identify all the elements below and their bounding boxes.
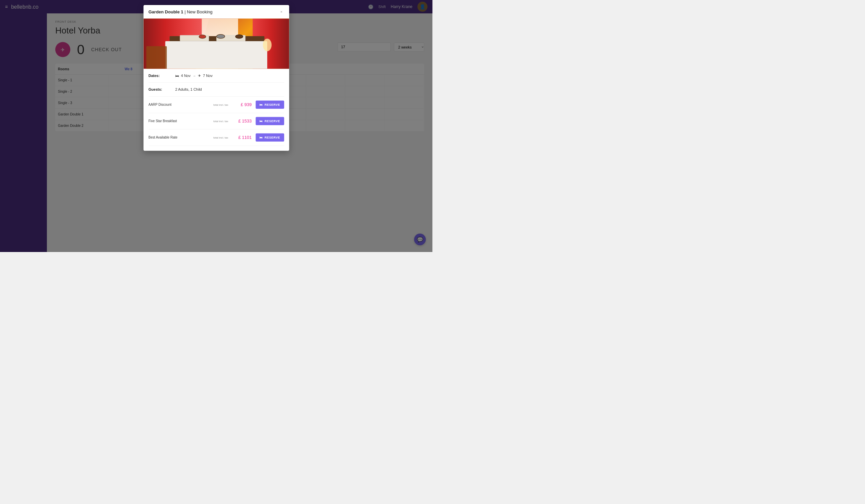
checkout-date: 7 Nov bbox=[203, 74, 213, 78]
deco-circle-3 bbox=[235, 34, 243, 39]
reserve-label: RESERVE bbox=[265, 119, 280, 123]
rate-row-aarp: AARP Discount total incl. tax £ 939 🛏 RE… bbox=[148, 97, 284, 113]
checkout-icon: ✈ bbox=[198, 74, 201, 78]
reserve-button-best[interactable]: 🛏 RESERVE bbox=[255, 133, 284, 142]
dates-label: Dates: bbox=[148, 74, 175, 78]
rate-tax-best: total incl. tax bbox=[213, 136, 228, 139]
modal-close-button[interactable]: × bbox=[279, 9, 284, 14]
rate-price-best: £ 1101 bbox=[231, 135, 252, 140]
modal-title: Garden Double 1 | New Booking bbox=[148, 9, 212, 14]
bed-icon: 🛏 bbox=[260, 119, 263, 123]
bed-icon: 🛏 bbox=[260, 136, 263, 140]
dates-value: 🛏 4 Nov → ✈ 7 Nov bbox=[175, 74, 212, 78]
lamp bbox=[263, 39, 272, 51]
arrow-icon: → bbox=[193, 74, 196, 78]
modal-overlay: Garden Double 1 | New Booking × bbox=[0, 0, 432, 252]
modal-separator: | bbox=[185, 9, 187, 14]
rate-price-breakfast: £ 1533 bbox=[231, 118, 252, 124]
rate-name-aarp: AARP Discount bbox=[148, 103, 213, 107]
checkin-date: 4 Nov bbox=[181, 74, 191, 78]
bed-base bbox=[165, 41, 268, 69]
rate-name-best: Best Available Rate bbox=[148, 136, 213, 140]
room-image bbox=[143, 19, 289, 69]
rate-row-breakfast: Five Star Breakfast total incl. tax £ 15… bbox=[148, 113, 284, 129]
reserve-label: RESERVE bbox=[265, 136, 280, 140]
guests-label: Guests: bbox=[148, 87, 175, 92]
rate-price-aarp: £ 939 bbox=[231, 102, 252, 107]
deco-circle-2 bbox=[216, 34, 225, 39]
rate-row-best: Best Available Rate total incl. tax £ 11… bbox=[148, 129, 284, 146]
reserve-button-aarp[interactable]: 🛏 RESERVE bbox=[255, 101, 284, 109]
rate-tax-breakfast: total incl. tax bbox=[213, 119, 228, 122]
checkin-icon: 🛏 bbox=[175, 74, 179, 78]
guests-value: 2 Adults, 1 Child bbox=[175, 87, 201, 92]
bed-icon: 🛏 bbox=[260, 103, 263, 107]
deco-circle-1 bbox=[199, 35, 206, 39]
modal-body: Dates: 🛏 4 Nov → ✈ 7 Nov Guests: 2 Adult… bbox=[143, 69, 289, 151]
booking-modal: Garden Double 1 | New Booking × bbox=[143, 5, 289, 151]
modal-header: Garden Double 1 | New Booking × bbox=[143, 5, 289, 19]
dates-row: Dates: 🛏 4 Nov → ✈ 7 Nov bbox=[148, 69, 284, 83]
rate-tax-aarp: total incl. tax bbox=[213, 103, 228, 106]
guests-row: Guests: 2 Adults, 1 Child bbox=[148, 83, 284, 97]
chair bbox=[146, 46, 167, 69]
reserve-button-breakfast[interactable]: 🛏 RESERVE bbox=[255, 117, 284, 126]
reserve-label: RESERVE bbox=[265, 103, 280, 107]
rate-name-breakfast: Five Star Breakfast bbox=[148, 119, 213, 123]
